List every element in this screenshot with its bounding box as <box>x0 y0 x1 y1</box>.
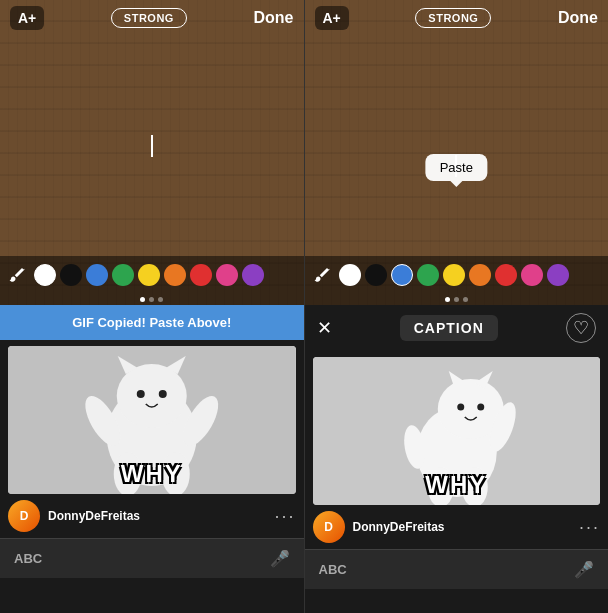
left-indicator-2 <box>149 297 154 302</box>
left-avatar: D <box>8 500 40 532</box>
right-user-row: D DonnyDeFreitas ··· <box>305 505 609 549</box>
right-color-palette <box>305 256 609 294</box>
left-color-green[interactable] <box>112 264 134 286</box>
heart-button[interactable]: ♡ <box>566 313 596 343</box>
left-editor-area: A+ STRONG Done <box>0 0 304 305</box>
caption-close-button[interactable]: ✕ <box>317 319 332 337</box>
right-brush-icon[interactable] <box>311 264 333 286</box>
left-canvas[interactable] <box>0 36 304 256</box>
right-keyboard-bar: ABC 🎤 <box>305 549 609 589</box>
right-why-text: WHY <box>425 471 487 499</box>
left-text-size-button[interactable]: A+ <box>10 6 44 30</box>
right-editor-area: A+ STRONG Done Paste <box>305 0 609 305</box>
right-text-size-button[interactable]: A+ <box>315 6 349 30</box>
left-topbar: A+ STRONG Done <box>0 0 304 36</box>
right-gif-image: WHY <box>313 357 601 505</box>
right-avatar: D <box>313 511 345 543</box>
right-more-button[interactable]: ··· <box>579 517 600 538</box>
caption-bar: ✕ CAPTION ♡ <box>305 305 609 351</box>
svg-point-21 <box>477 404 484 411</box>
left-color-palette <box>0 256 304 294</box>
right-panel: A+ STRONG Done Paste <box>305 0 609 613</box>
right-abc-label: ABC <box>319 562 347 577</box>
svg-point-20 <box>457 404 464 411</box>
left-gif-image: WHY <box>8 346 296 494</box>
left-indicator-3 <box>158 297 163 302</box>
left-color-yellow[interactable] <box>138 264 160 286</box>
left-notification-text: GIF Copied! Paste Above! <box>72 315 231 330</box>
right-bottom-section: ✕ CAPTION ♡ <box>305 305 609 613</box>
caption-label[interactable]: CAPTION <box>400 315 498 341</box>
right-color-red[interactable] <box>495 264 517 286</box>
right-indicator-3 <box>463 297 468 302</box>
left-indicator-1 <box>140 297 145 302</box>
right-user-info: D DonnyDeFreitas <box>313 511 445 543</box>
right-color-pink[interactable] <box>521 264 543 286</box>
left-color-purple[interactable] <box>242 264 264 286</box>
right-color-green[interactable] <box>417 264 439 286</box>
right-done-button[interactable]: Done <box>558 9 598 27</box>
left-color-pink[interactable] <box>216 264 238 286</box>
left-username: DonnyDeFreitas <box>48 509 140 523</box>
right-style-button[interactable]: STRONG <box>415 8 491 28</box>
right-indicator-2 <box>454 297 459 302</box>
left-user-info: D DonnyDeFreitas <box>8 500 140 532</box>
paste-tooltip-text: Paste <box>440 160 473 175</box>
right-indicator-1 <box>445 297 450 302</box>
paste-tooltip[interactable]: Paste <box>426 154 487 181</box>
left-color-orange[interactable] <box>164 264 186 286</box>
left-color-blue[interactable] <box>86 264 108 286</box>
left-more-button[interactable]: ··· <box>274 506 295 527</box>
right-color-orange[interactable] <box>469 264 491 286</box>
right-color-yellow[interactable] <box>443 264 465 286</box>
right-canvas[interactable]: Paste <box>305 36 609 256</box>
right-username: DonnyDeFreitas <box>353 520 445 534</box>
right-color-blue[interactable] <box>391 264 413 286</box>
left-text-size-icon: A+ <box>18 10 36 26</box>
right-color-black[interactable] <box>365 264 387 286</box>
left-notification-bar: GIF Copied! Paste Above! <box>0 305 304 340</box>
left-user-row: D DonnyDeFreitas ··· <box>0 494 304 538</box>
right-topbar: A+ STRONG Done <box>305 0 609 36</box>
left-brush-icon[interactable] <box>6 264 28 286</box>
svg-point-2 <box>117 364 187 428</box>
svg-point-9 <box>137 390 145 398</box>
left-gif-container: WHY <box>0 340 304 494</box>
left-color-black[interactable] <box>60 264 82 286</box>
right-gif-container: WHY <box>305 351 609 505</box>
left-keyboard-bar: ABC 🎤 <box>0 538 304 578</box>
right-cat-image: WHY <box>313 357 601 505</box>
right-color-purple[interactable] <box>547 264 569 286</box>
left-palette-indicators <box>0 294 304 305</box>
svg-point-10 <box>159 390 167 398</box>
left-cat-image: WHY <box>8 346 296 494</box>
left-done-button[interactable]: Done <box>253 9 293 27</box>
left-text-cursor <box>151 135 153 157</box>
left-abc-label: ABC <box>14 551 42 566</box>
right-color-white[interactable] <box>339 264 361 286</box>
left-panel: A+ STRONG Done <box>0 0 304 613</box>
right-mic-icon[interactable]: 🎤 <box>574 560 594 579</box>
left-why-text: WHY <box>121 460 183 488</box>
right-text-size-icon: A+ <box>323 10 341 26</box>
left-mic-icon[interactable]: 🎤 <box>270 549 290 568</box>
left-style-button[interactable]: STRONG <box>111 8 187 28</box>
left-color-red[interactable] <box>190 264 212 286</box>
left-color-white[interactable] <box>34 264 56 286</box>
right-palette-indicators <box>305 294 609 305</box>
left-bottom-section: GIF Copied! Paste Above! <box>0 305 304 613</box>
